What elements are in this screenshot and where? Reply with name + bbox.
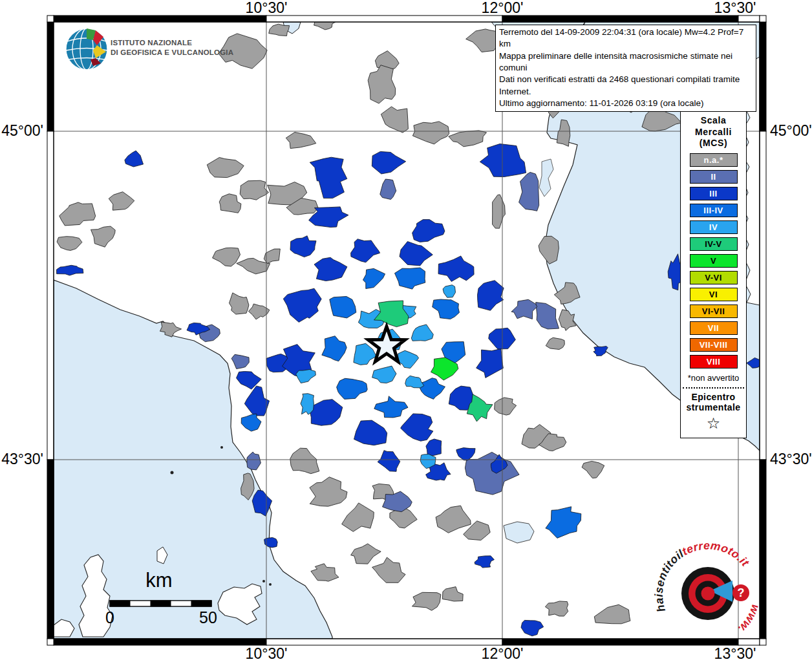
- islet-dot: [262, 580, 265, 582]
- legend-epicenter-title: Epicentro strumentale: [681, 392, 746, 414]
- legend-chip-VI-VII: VI-VII: [690, 304, 738, 318]
- axis-label-right-4330: 43°30': [770, 451, 812, 468]
- axis-label-left-4500: 45°00': [0, 122, 43, 140]
- legend-chip-V: V: [690, 254, 738, 268]
- earthquake-info-box: Terremoto del 14-09-2009 22:04:31 (ora l…: [495, 25, 756, 112]
- map-page: haisentitoilterremoto.it www. ? 10°30' 1…: [0, 0, 812, 662]
- info-line-updated: Ultimo aggiornamento: 11-01-2026 03:19 (…: [499, 98, 753, 109]
- scale-bar: [110, 601, 211, 606]
- legend-title-line2: Mercalli: [681, 127, 746, 138]
- axis-label-top-1200: 12°00': [467, 0, 538, 17]
- axis-label-left-4330: 43°30': [0, 451, 43, 468]
- axis-label-top-1330: 13°30': [700, 0, 771, 17]
- legend-chip-VII-VIII: VII-VIII: [690, 338, 738, 352]
- info-line-event: Terremoto del 14-09-2009 22:04:31 (ora l…: [499, 27, 753, 50]
- legend-title: Scala Mercalli (MCS): [681, 115, 746, 149]
- axis-label-right-4500: 45°00': [770, 122, 812, 140]
- ingv-wordmark-line1: ISTITUTO NAZIONALE: [111, 38, 233, 48]
- legend-star-icon: ☆: [681, 414, 746, 432]
- legend-footnote: *non avvertito: [681, 373, 746, 383]
- islet-dot: [220, 446, 223, 449]
- legend-chip-VII: VII: [690, 321, 738, 335]
- municipality-region-na: [545, 601, 568, 616]
- legend-chip-IV: IV: [690, 220, 738, 234]
- legend-chip-IV-V: IV-V: [690, 237, 738, 251]
- legend-chip-II: II: [690, 170, 738, 184]
- legend-chip-list: n.a.*IIIIIIII-IVIVIV-VVV-VIVIVI-VIIVIIVI…: [681, 153, 746, 368]
- islet-dot: [171, 471, 174, 475]
- question-mark: ?: [738, 586, 745, 599]
- legend-chip-VI: VI: [690, 288, 738, 301]
- legend-chip-III: III: [690, 187, 738, 200]
- islet-dot: [269, 583, 272, 586]
- legend-chip-V-VI: V-VI: [690, 271, 738, 284]
- legend-epicenter-line1: Epicentro: [681, 392, 746, 403]
- axis-label-bottom-1030: 10°30': [231, 645, 302, 662]
- legend-separator: [683, 387, 744, 389]
- ingv-logo: [66, 28, 107, 70]
- legend-chip-III-IV: III-IV: [690, 204, 738, 217]
- info-line-maptype: Mappa preliminare delle intensità macros…: [499, 50, 753, 74]
- axis-label-top-1030: 10°30': [231, 0, 302, 17]
- legend-title-line1: Scala: [681, 115, 746, 127]
- municipality-region-III-IV: [330, 297, 356, 318]
- ingv-wordmark-line2: DI GEOFISICA E VULCANOLOGIA: [111, 48, 233, 58]
- legend-title-line3: (MCS): [681, 138, 746, 149]
- bullseye-center: [701, 587, 715, 601]
- legend-chip-VIII: VIII: [690, 355, 738, 368]
- scalebar-end-label: 50: [194, 608, 222, 627]
- ingv-wordmark: ISTITUTO NAZIONALE DI GEOFISICA E VULCAN…: [111, 38, 233, 58]
- axis-label-bottom-1200: 12°00': [467, 645, 538, 662]
- legend-epicenter-line2: strumentale: [681, 402, 746, 413]
- mcs-legend: Scala Mercalli (MCS) n.a.*IIIIIIII-IVIVI…: [680, 111, 747, 438]
- scalebar-unit-label: km: [133, 569, 185, 592]
- axis-label-bottom-1330: 13°30': [700, 645, 771, 662]
- legend-chip-na: n.a.*: [690, 153, 738, 167]
- scalebar-start-label: 0: [97, 608, 123, 627]
- info-line-source: Dati non verificati estratti da 2468 que…: [499, 74, 753, 98]
